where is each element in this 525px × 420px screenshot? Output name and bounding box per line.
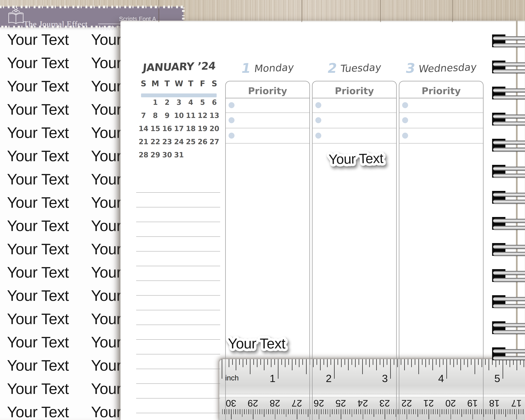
- calendar-date-cell: 17: [174, 125, 184, 133]
- wood-plank-seam: [158, 0, 159, 22]
- binding-wire-icon: [493, 167, 525, 171]
- priority-header-line: [226, 98, 309, 98]
- calendar-date-cell: 13: [209, 112, 220, 120]
- day-name: Wednesday: [418, 62, 477, 74]
- sheet-sticker-text: Your Text: [7, 77, 69, 95]
- sheet-sticker-text: Your Text: [7, 147, 69, 165]
- priority-row-line: [226, 112, 309, 113]
- wood-plank-seam: [380, 0, 381, 22]
- sheet-sticker-text: Your Text: [7, 54, 69, 72]
- notes-line: [136, 369, 220, 369]
- ruler-cm-tick: [398, 409, 398, 414]
- sheet-sticker-text: Your Text: [7, 403, 69, 420]
- calendar-date-cell: 20: [209, 125, 220, 133]
- sheet-sticker-text: Your Text: [7, 217, 69, 235]
- binding-wire-icon: [493, 114, 525, 119]
- binding-wire-icon: [493, 69, 525, 73]
- calendar-month-title: JANUARY ’24: [141, 59, 218, 74]
- sheet-sticker-text: Your Text: [7, 380, 69, 398]
- ruler-cm-tick: [523, 409, 524, 414]
- ruler-cm-tick: [492, 409, 493, 414]
- priority-row-line: [399, 143, 483, 143]
- binding-wire-icon: [493, 226, 525, 230]
- calendar-date-cell: 11: [186, 112, 196, 120]
- calendar-weekday-letter: T: [186, 79, 196, 88]
- priority-row-line: [226, 128, 309, 128]
- sheet-sticker-text: Your Text: [7, 240, 69, 258]
- bullet-dot-icon: [402, 102, 408, 108]
- calendar-weekday-letter: M: [150, 79, 161, 88]
- calendar-divider-bar: [141, 93, 217, 97]
- ruler-inch-tick: [496, 359, 496, 367]
- ruler-cm-number: 18: [486, 398, 503, 409]
- calendar-date-cell: 30: [162, 151, 172, 159]
- binding-wire-icon: [493, 200, 525, 204]
- binding-wire-icon: [493, 349, 525, 353]
- calendar-date-cell: 28: [138, 151, 149, 159]
- calendar-date-cell: 27: [209, 138, 220, 146]
- sheet-sticker-text: Your Text: [7, 356, 69, 374]
- sheet-sticker-text: Your Text: [7, 263, 69, 281]
- wood-plank-seam: [301, 0, 302, 22]
- ruler-cm-tick: [508, 409, 508, 414]
- binding-wire-icon: [493, 323, 525, 327]
- calendar-weekday-letter: S: [209, 79, 220, 88]
- ruler-cm-tick: [499, 409, 499, 414]
- calendar-weekday-letter: W: [174, 79, 184, 88]
- calendar-date-cell: 15: [150, 125, 161, 133]
- calendar-date-cell: 10: [174, 112, 184, 120]
- priority-header-line: [399, 98, 483, 98]
- binding-wire-icon: [493, 95, 525, 99]
- sheet-sticker-text: Your Text: [7, 194, 69, 211]
- binding-wire-icon: [493, 121, 525, 125]
- binding-wire-icon: [493, 278, 525, 282]
- notes-line: [136, 207, 220, 207]
- priority-row-line: [313, 112, 396, 113]
- ruler-inch-tick: [222, 359, 222, 379]
- calendar-date-cell: 21: [138, 138, 149, 146]
- ruler-cm-tick: [516, 409, 517, 419]
- product-photo-canvas: Your TextYour TextYour TextYour TextYour…: [0, 0, 525, 420]
- priority-row-line: [399, 112, 483, 113]
- ruler-cm-tick: [310, 409, 311, 414]
- bullet-dot-icon: [229, 133, 234, 139]
- binding-wire-icon: [493, 43, 525, 47]
- calendar-date-cell: 18: [186, 125, 196, 133]
- binding-wire-icon: [493, 297, 525, 301]
- binding-wire-icon: [493, 330, 525, 334]
- bullet-dot-icon: [229, 102, 234, 108]
- calendar-date-cell: 1: [150, 98, 161, 106]
- ruler-inch-tick: [517, 359, 517, 370]
- day-number: 1: [240, 62, 252, 75]
- calendar-weekday-letter: T: [162, 79, 172, 88]
- notes-line: [136, 310, 220, 310]
- ruler-inch-tick: [510, 359, 510, 367]
- sheet-sticker-text: Your Text: [7, 31, 69, 48]
- binding-wire-icon: [493, 252, 525, 256]
- priority-box: Priority: [312, 81, 397, 420]
- notes-line: [136, 339, 220, 340]
- notes-line: [136, 192, 220, 193]
- ruler-cm-tick: [222, 409, 223, 414]
- notes-line: [136, 354, 220, 354]
- ruler-cm-tick: [501, 409, 502, 414]
- day-name: Monday: [254, 62, 294, 74]
- sheet-sticker-text: Your Text: [7, 287, 69, 305]
- priority-section-label: Priority: [399, 85, 483, 96]
- calendar-date-cell: 8: [150, 112, 161, 120]
- ruler-cm-tick: [514, 409, 515, 414]
- ruler-inch-number: 5: [488, 373, 500, 384]
- bullet-dot-icon: [402, 117, 408, 123]
- priority-box: Priority: [399, 81, 484, 420]
- binding-wire-icon: [493, 88, 525, 93]
- notes-line: [136, 398, 220, 399]
- binding-wire-icon: [493, 356, 525, 360]
- priority-header-line: [313, 98, 396, 98]
- notes-line: [136, 413, 220, 413]
- ruler-inch-tick: [489, 359, 489, 370]
- notes-line: [136, 236, 220, 237]
- ruler-cm-tick: [512, 409, 513, 414]
- binding-wire-icon: [493, 62, 525, 66]
- priority-box: Priority: [225, 81, 310, 420]
- priority-row-line: [313, 128, 396, 128]
